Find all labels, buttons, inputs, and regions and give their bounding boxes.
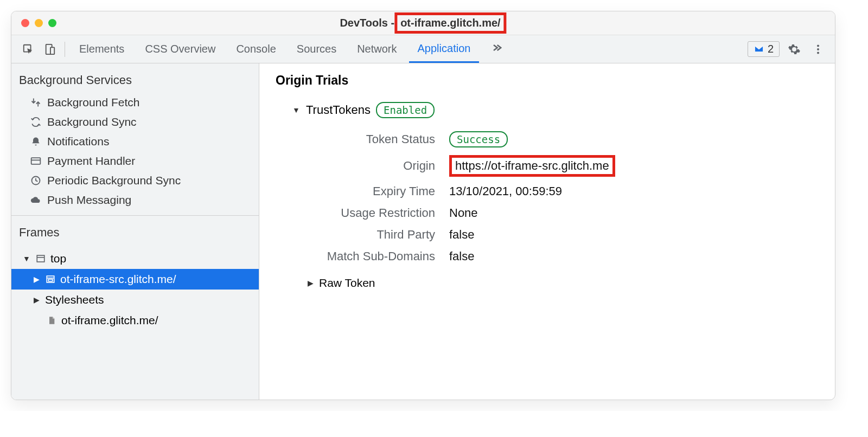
third-party-value: false: [449, 228, 474, 242]
window-icon: [35, 253, 46, 264]
expiry-label: Expiry Time: [276, 184, 449, 198]
cloud-icon: [30, 194, 42, 206]
svg-point-3: [817, 44, 819, 47]
usage-value: None: [449, 206, 478, 220]
svg-rect-9: [37, 255, 44, 262]
traffic-lights: [21, 19, 56, 27]
svg-rect-6: [31, 158, 41, 164]
issues-button[interactable]: 2: [748, 41, 780, 57]
panel-tabs: Elements CSS Overview Console Sources Ne…: [71, 36, 748, 62]
raw-token-label: Raw Token: [319, 277, 375, 290]
origin-trials-panel: Origin Trials ▼ TrustTokens Enabled Toke…: [259, 63, 835, 400]
frame-selected[interactable]: ▶ ot-iframe-src.glitch.me/: [11, 269, 259, 290]
third-party-label: Third Party: [276, 228, 449, 242]
tab-sources[interactable]: Sources: [288, 36, 345, 62]
subdomains-value: false: [449, 249, 474, 264]
sidebar-item-background-fetch[interactable]: Background Fetch: [11, 93, 259, 112]
document-icon: [46, 315, 57, 326]
tab-application[interactable]: Application: [409, 36, 480, 63]
clock-icon: [30, 175, 42, 187]
kebab-menu-icon[interactable]: [809, 40, 827, 59]
row-usage-restriction: Usage Restriction None: [276, 206, 819, 220]
frames-section: Frames ▼ top ▶ ot-iframe-src.glitch.me/ …: [11, 216, 259, 336]
sidebar-item-push-messaging[interactable]: Push Messaging: [11, 190, 259, 210]
close-window-button[interactable]: [21, 19, 29, 27]
titlebar: DevTools - ot-iframe.glitch.me/: [11, 11, 835, 35]
sidebar-item-background-sync[interactable]: Background Sync: [11, 112, 259, 132]
subdomains-label: Match Sub-Domains: [276, 249, 449, 264]
disclosure-triangle-icon[interactable]: ▼: [292, 106, 301, 114]
inspect-element-icon[interactable]: [19, 40, 37, 59]
card-icon: [30, 155, 42, 167]
sidebar-item-payment-handler[interactable]: Payment Handler: [11, 151, 259, 171]
svg-rect-2: [50, 47, 54, 54]
divider: [65, 42, 65, 57]
row-subdomains: Match Sub-Domains false: [276, 249, 819, 264]
devtools-window: DevTools - ot-iframe.glitch.me/ Elements…: [11, 11, 835, 400]
svg-point-4: [817, 48, 819, 50]
sidebar-item-label: Background Fetch: [47, 96, 139, 109]
sidebar-item-label: Background Sync: [47, 115, 137, 128]
devtools-toolbar: Elements CSS Overview Console Sources Ne…: [11, 35, 835, 63]
window-title-url: ot-iframe.glitch.me/: [394, 12, 506, 34]
background-services-title: Background Services: [11, 70, 259, 93]
window-title-prefix: DevTools -: [340, 17, 394, 29]
frames-title: Frames: [11, 222, 259, 245]
row-origin: Origin https://ot-iframe-src.glitch.me: [276, 155, 819, 177]
sidebar-item-periodic-sync[interactable]: Periodic Background Sync: [11, 171, 259, 190]
sidebar-item-label: Periodic Background Sync: [47, 174, 181, 187]
row-third-party: Third Party false: [276, 228, 819, 242]
sidebar-item-label: Payment Handler: [47, 155, 135, 168]
panel-title: Origin Trials: [276, 73, 819, 88]
disclosure-triangle-icon[interactable]: ▶: [32, 275, 41, 284]
frame-stylesheets[interactable]: ▶ Stylesheets: [11, 290, 259, 310]
frame-top[interactable]: ▼ top: [11, 248, 259, 269]
issues-count: 2: [768, 43, 774, 55]
bell-icon: [30, 136, 42, 147]
origin-label: Origin: [276, 159, 449, 173]
tab-network[interactable]: Network: [348, 36, 405, 62]
svg-rect-13: [48, 279, 53, 281]
sidebar-item-notifications[interactable]: Notifications: [11, 132, 259, 151]
token-status-label: Token Status: [276, 132, 449, 146]
tab-console[interactable]: Console: [227, 36, 284, 62]
panel-body: Background Services Background Fetch Bac…: [11, 63, 835, 400]
sidebar-item-label: Notifications: [47, 135, 109, 148]
frame-label: top: [50, 252, 66, 265]
background-services-section: Background Services Background Fetch Bac…: [11, 63, 259, 216]
frame-label: ot-iframe.glitch.me/: [61, 314, 158, 327]
disclosure-triangle-icon[interactable]: ▼: [22, 254, 31, 263]
row-raw-token[interactable]: ▶ Raw Token: [276, 277, 819, 290]
tab-css-overview[interactable]: CSS Overview: [136, 36, 224, 62]
expiry-value: 13/10/2021, 00:59:59: [449, 184, 562, 198]
origin-value: https://ot-iframe-src.glitch.me: [449, 155, 615, 177]
settings-gear-icon[interactable]: [785, 40, 803, 59]
sidebar-item-label: Push Messaging: [47, 194, 131, 207]
device-toolbar-icon[interactable]: [41, 40, 59, 59]
disclosure-triangle-icon[interactable]: ▶: [306, 279, 315, 287]
iframe-icon: [45, 274, 56, 285]
frame-label: Stylesheets: [45, 293, 104, 306]
maximize-window-button[interactable]: [48, 19, 56, 27]
more-tabs-icon[interactable]: [482, 36, 510, 62]
frame-file[interactable]: ot-iframe.glitch.me/: [11, 310, 259, 331]
sync-icon: [30, 116, 42, 128]
row-token-status: Token Status Success: [276, 131, 819, 147]
enabled-badge: Enabled: [376, 102, 435, 118]
trial-name: TrustTokens: [306, 103, 371, 117]
success-badge: Success: [449, 131, 508, 147]
svg-point-5: [817, 52, 819, 54]
tab-elements[interactable]: Elements: [71, 36, 133, 62]
application-sidebar: Background Services Background Fetch Bac…: [11, 63, 259, 400]
fetch-icon: [30, 97, 42, 108]
usage-label: Usage Restriction: [276, 206, 449, 220]
frame-label: ot-iframe-src.glitch.me/: [60, 273, 176, 286]
trial-row[interactable]: ▼ TrustTokens Enabled: [276, 102, 819, 118]
window-title: DevTools - ot-iframe.glitch.me/: [340, 12, 506, 34]
disclosure-triangle-icon[interactable]: ▶: [32, 295, 41, 304]
row-expiry: Expiry Time 13/10/2021, 00:59:59: [276, 184, 819, 198]
minimize-window-button[interactable]: [35, 19, 43, 27]
